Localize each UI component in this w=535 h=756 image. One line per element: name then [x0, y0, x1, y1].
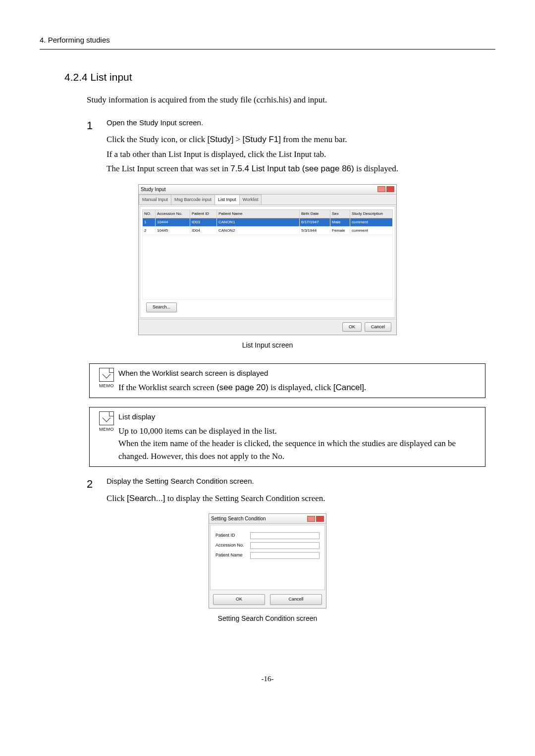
- cross-ref: 7.5.4 List Input tab (see page 86): [230, 164, 354, 173]
- search-button[interactable]: Search...: [146, 302, 177, 312]
- memo-box-worklist: MEMO When the Worklist search screen is …: [89, 363, 485, 398]
- col-study-desc[interactable]: Study Description: [350, 210, 393, 218]
- tab-worklist[interactable]: Worklist: [239, 195, 262, 205]
- memo-text: Up to 10,000 items can be displayed in t…: [118, 425, 480, 438]
- col-patient-name[interactable]: Patient Name: [217, 210, 300, 218]
- step-heading: Display the Setting Search Condition scr…: [107, 476, 495, 487]
- col-birth-date[interactable]: Birth Date: [300, 210, 330, 218]
- memo-text: When the item name of the header is clic…: [118, 437, 480, 462]
- page-number: -16-: [40, 673, 495, 685]
- text: is displayed.: [354, 164, 398, 173]
- text: >: [233, 135, 242, 144]
- page-header: 4. Performing studies: [40, 35, 495, 50]
- step-number: 1: [87, 117, 107, 177]
- step-line: The List Input screen that was set in 7.…: [107, 162, 495, 175]
- text: Click: [107, 494, 127, 503]
- minimize-icon[interactable]: [377, 186, 385, 192]
- cell: comment: [350, 227, 393, 235]
- cell: 5/3/1944: [300, 227, 330, 235]
- study-input-screenshot: Study Input Manual Input Msg Barcode inp…: [40, 184, 495, 336]
- dialog-title: Study Input: [141, 186, 166, 193]
- text: to display the Setting Search Condition …: [165, 494, 325, 503]
- text: is displayed, click: [268, 383, 333, 392]
- screenshot-caption: Setting Search Condition screen: [40, 613, 495, 624]
- menu-ref: [Study F1]: [243, 135, 281, 144]
- close-icon[interactable]: [316, 516, 324, 522]
- cell: ID04: [190, 227, 217, 235]
- study-table: NO. Accession No. Patient ID Patient Nam…: [142, 209, 393, 300]
- cell: Male: [330, 218, 350, 227]
- cross-ref: (see page 20): [216, 383, 268, 392]
- button-ref: [Cancel]: [333, 383, 364, 392]
- search-condition-screenshot: Setting Search Condition Patient ID Acce…: [40, 513, 495, 608]
- field-label: Patient ID: [215, 532, 250, 539]
- memo-box-list-display: MEMO List display Up to 10,000 items can…: [89, 407, 485, 467]
- text: The List Input screen that was set in: [107, 164, 230, 173]
- button-ref: [Search...]: [127, 494, 165, 503]
- tab-manual-input[interactable]: Manual Input: [139, 195, 171, 205]
- ok-button[interactable]: OK: [342, 322, 362, 332]
- cell: 10445: [156, 227, 190, 235]
- dialog-titlebar: Setting Search Condition: [209, 514, 326, 524]
- accession-no-input[interactable]: [250, 542, 320, 549]
- text: Click the Study icon, or click: [107, 135, 208, 144]
- cell: ID03: [190, 218, 217, 227]
- dialog-tabs: Manual Input Msg Barcode input List Inpu…: [139, 195, 396, 205]
- text: .: [364, 383, 366, 392]
- field-label: Accession No.: [215, 542, 250, 549]
- cell: Female: [330, 227, 350, 235]
- col-no[interactable]: NO.: [143, 210, 156, 218]
- table-empty-area: [143, 235, 393, 300]
- dialog-title: Setting Search Condition: [211, 515, 266, 522]
- cell: CANON2: [217, 227, 300, 235]
- close-icon[interactable]: [386, 186, 394, 192]
- screenshot-caption: List Input screen: [40, 340, 495, 351]
- col-sex[interactable]: Sex: [330, 210, 350, 218]
- dialog-titlebar: Study Input: [139, 185, 396, 195]
- cell: comment: [350, 218, 393, 227]
- field-patient-name: Patient Name: [215, 552, 320, 559]
- text: If the Worklist search screen: [118, 383, 216, 392]
- ok-button[interactable]: OK: [213, 594, 265, 605]
- tab-msg-barcode[interactable]: Msg Barcode input: [171, 195, 215, 205]
- col-accession[interactable]: Accession No.: [156, 210, 190, 218]
- cell: 10444: [156, 218, 190, 227]
- intro-text: Study information is acquired from the s…: [87, 94, 495, 106]
- cell: CANON1: [217, 218, 300, 227]
- memo-label: MEMO: [95, 426, 118, 433]
- cell: 1: [143, 218, 156, 227]
- step-line: Click [Search...] to display the Setting…: [107, 492, 495, 505]
- patient-name-input[interactable]: [250, 552, 320, 559]
- minimize-icon[interactable]: [307, 516, 315, 522]
- memo-text: If the Worklist search screen (see page …: [118, 381, 480, 394]
- field-accession-no: Accession No.: [215, 542, 320, 549]
- memo-label: MEMO: [95, 383, 118, 390]
- section-title: 4.2.4 List input: [64, 69, 495, 85]
- table-header-row: NO. Accession No. Patient ID Patient Nam…: [143, 210, 393, 218]
- patient-id-input[interactable]: [250, 532, 320, 539]
- memo-title: When the Worklist search screen is displ…: [118, 368, 480, 379]
- cell: 6/17/1947: [300, 218, 330, 227]
- step-2: 2 Display the Setting Search Condition s…: [87, 476, 495, 506]
- field-label: Patient Name: [215, 552, 250, 559]
- memo-icon: [99, 411, 114, 425]
- cancel-button[interactable]: Cancell: [270, 594, 322, 605]
- table-row[interactable]: 2 10445 ID04 CANON2 5/3/1944 Female comm…: [143, 227, 393, 235]
- step-number: 2: [87, 476, 107, 506]
- menu-ref: [Study]: [208, 135, 234, 144]
- memo-title: List display: [118, 411, 480, 423]
- step-heading: Open the Study Input screen.: [107, 117, 495, 129]
- memo-icon: [99, 368, 114, 382]
- field-patient-id: Patient ID: [215, 532, 320, 539]
- col-patient-id[interactable]: Patient ID: [190, 210, 217, 218]
- step-line: Click the Study icon, or click [Study] >…: [107, 133, 495, 146]
- step-1: 1 Open the Study Input screen. Click the…: [87, 117, 495, 177]
- table-row[interactable]: 1 10444 ID03 CANON1 6/17/1947 Male comme…: [143, 218, 393, 227]
- cell: 2: [143, 227, 156, 235]
- text: from the menu bar.: [281, 135, 347, 144]
- tab-list-input[interactable]: List Input: [214, 195, 240, 205]
- cancel-button[interactable]: Cancel: [365, 322, 391, 332]
- step-line: If a tab other than List Input is displa…: [107, 148, 495, 161]
